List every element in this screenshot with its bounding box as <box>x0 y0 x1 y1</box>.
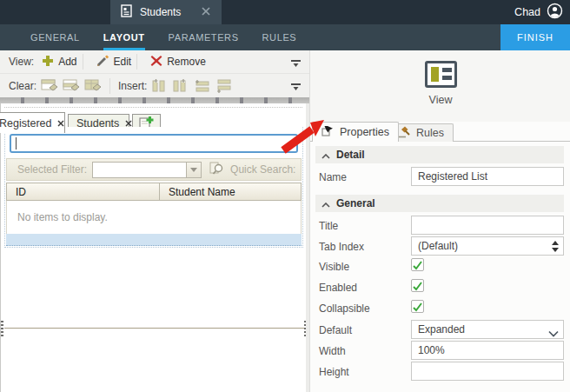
rules-gavel-icon <box>398 126 411 141</box>
view-group-label: View: <box>9 56 34 68</box>
property-input-height[interactable] <box>411 362 564 381</box>
tab-properties-label: Properties <box>340 126 389 138</box>
toolbar-separator <box>83 54 83 70</box>
clear-table-icon[interactable] <box>84 79 102 93</box>
column-ruler[interactable] <box>0 97 309 103</box>
quick-search-label: Quick Search: <box>230 163 295 176</box>
properties-panel: View Properties Rules Detail <box>309 50 570 392</box>
table-toolbar: Clear: Insert: <box>0 74 309 97</box>
row-divider-handle-left[interactable] <box>1 321 3 336</box>
checkbox-visible[interactable] <box>411 258 424 271</box>
close-document-icon[interactable] <box>201 6 211 19</box>
menu-item-general[interactable]: GENERAL <box>30 24 80 50</box>
design-panel: View: Add Edit Remove Clear: <box>0 50 309 392</box>
chevron-up-icon <box>321 147 330 163</box>
filter-dropdown[interactable] <box>92 162 202 178</box>
column-header-id[interactable]: ID <box>6 183 159 201</box>
tab-properties[interactable]: Properties <box>312 122 399 142</box>
add-icon <box>42 55 54 70</box>
user-name: Chad <box>514 6 540 18</box>
toolbar-overflow-icon[interactable] <box>291 58 301 70</box>
app-window: Students Chad GENERAL LAYOUT PARAMETERS … <box>0 0 570 392</box>
check-icon <box>412 302 423 313</box>
property-label-visible: Visible <box>319 261 349 273</box>
insert-row-above-icon[interactable] <box>195 79 212 93</box>
property-input-title[interactable] <box>411 216 564 235</box>
view-toolbar: View: Add Edit Remove <box>0 50 309 74</box>
empty-table-message: No items to display. <box>17 211 301 223</box>
add-view-button[interactable]: Add <box>42 55 76 70</box>
search-icon <box>209 161 225 178</box>
check-icon <box>412 281 423 292</box>
check-icon <box>412 260 423 271</box>
property-input-width[interactable] <box>411 341 564 360</box>
finish-button[interactable]: FINISH <box>500 24 570 50</box>
menu-item-layout[interactable]: LAYOUT <box>103 24 145 50</box>
section-header-detail[interactable]: Detail <box>315 146 564 163</box>
toolbar-separator <box>109 78 110 94</box>
document-icon <box>121 4 132 20</box>
property-label-width: Width <box>319 345 346 357</box>
user-menu[interactable]: Chad <box>514 0 563 24</box>
document-tab-label: Students <box>140 6 181 18</box>
menu-item-parameters[interactable]: PARAMETERS <box>169 24 239 50</box>
property-label-enabled: Enabled <box>319 282 357 294</box>
edit-pencil-icon <box>96 55 109 70</box>
dropdown-arrow-icon[interactable] <box>186 163 201 177</box>
property-input-tab-index[interactable] <box>411 236 564 256</box>
properties-pointer-icon <box>321 125 335 139</box>
table-header-row: ID Student Name <box>6 183 302 201</box>
menu-items: GENERAL LAYOUT PARAMETERS RULES <box>30 24 296 50</box>
view-control-icon <box>425 61 457 88</box>
view-tab-label: Registered <box>0 117 51 130</box>
selected-control-header: View <box>310 50 570 122</box>
text-caret <box>16 137 17 149</box>
edit-label: Edit <box>114 56 132 68</box>
properties-tab-strip: Properties Rules <box>310 122 570 142</box>
view-tab-registered[interactable]: Registered <box>0 112 65 133</box>
insert-column-right-icon[interactable] <box>173 79 190 93</box>
design-canvas: Registered Students Selected Filter: <box>0 103 306 392</box>
clear-row-icon[interactable] <box>63 79 80 93</box>
column-header-student-name[interactable]: Student Name <box>159 183 302 201</box>
insert-group-label: Insert: <box>118 80 147 92</box>
property-label-default: Default <box>319 324 352 336</box>
chevron-down-icon[interactable] <box>548 325 559 341</box>
table-body: No items to display. <box>6 201 302 234</box>
property-select-default[interactable] <box>411 320 564 339</box>
toolbar-overflow-icon[interactable] <box>291 82 301 94</box>
selected-control-label: View <box>310 94 570 106</box>
list-view-control[interactable]: Selected Filter: Quick Search: ID Studen… <box>4 127 303 248</box>
close-tab-icon[interactable] <box>57 117 64 130</box>
property-label-collapsible: Collapsible <box>319 302 370 315</box>
add-label: Add <box>58 56 76 68</box>
selected-filter-label: Selected Filter: <box>17 163 87 176</box>
insert-row-below-icon[interactable] <box>216 79 234 93</box>
cell-guide-line <box>4 107 302 108</box>
row-divider-line <box>4 328 304 329</box>
selection-highlight-band <box>6 234 302 246</box>
properties-content: Detail Name General Title Tab Index Visi… <box>310 142 570 392</box>
menu-bar: GENERAL LAYOUT PARAMETERS RULES FINISH <box>0 24 570 50</box>
menu-item-rules[interactable]: RULES <box>262 24 297 50</box>
chevron-up-icon <box>321 196 330 211</box>
insert-column-left-icon[interactable] <box>151 79 169 93</box>
clear-cell-icon[interactable] <box>41 79 58 93</box>
top-bar: Students Chad <box>0 0 570 24</box>
toolbar-separator <box>136 54 137 70</box>
clear-group-label: Clear: <box>9 80 36 92</box>
checkbox-collapsible[interactable] <box>411 300 424 313</box>
property-label-name: Name <box>319 171 347 183</box>
property-input-name[interactable] <box>411 167 564 186</box>
checkbox-enabled[interactable] <box>411 279 424 292</box>
document-tab-students[interactable]: Students <box>110 0 222 24</box>
tab-rules-label: Rules <box>416 127 444 139</box>
property-label-tab-index: Tab Index <box>319 241 364 253</box>
section-header-general[interactable]: General <box>315 195 564 212</box>
section-title: General <box>336 197 375 209</box>
remove-view-button[interactable]: Remove <box>150 55 206 70</box>
spinner-arrows-icon[interactable] <box>550 238 560 254</box>
edit-view-button[interactable]: Edit <box>96 55 132 70</box>
property-label-height: Height <box>319 366 349 378</box>
list-search-input[interactable] <box>10 134 298 153</box>
